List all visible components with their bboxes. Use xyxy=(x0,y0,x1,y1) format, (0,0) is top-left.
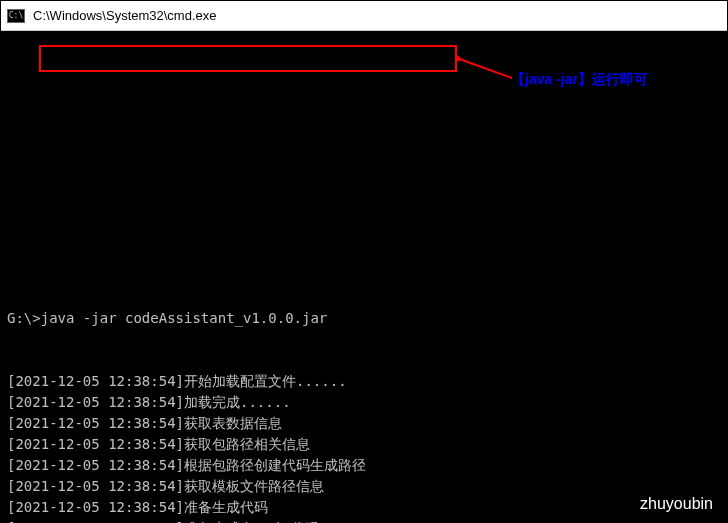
window-title: C:\Windows\System32\cmd.exe xyxy=(33,8,217,23)
prompt: G:\> xyxy=(7,308,41,329)
log-line: [2021-12-05 12:38:54]加载完成...... xyxy=(7,392,721,413)
annotation-arrow xyxy=(457,53,517,83)
log-line: [2021-12-05 12:38:54]获取模板文件路径信息 xyxy=(7,476,721,497)
annotation-command: java -jar xyxy=(525,71,578,87)
cmd-window: C:\ C:\Windows\System32\cmd.exe 【java -j… xyxy=(0,0,728,523)
cmd-icon: C:\ xyxy=(7,9,25,23)
bracket-close: 】 xyxy=(578,71,592,87)
log-line: [2021-12-05 12:38:54]获取包路径相关信息 xyxy=(7,434,721,455)
log-line: [2021-12-05 12:38:54]获取表数据信息 xyxy=(7,413,721,434)
highlight-rectangle xyxy=(39,45,457,72)
typed-command: java -jar codeAssistant_v1.0.0.jar xyxy=(41,308,328,329)
log-line: [2021-12-05 12:38:54]根据包路径创建代码生成路径 xyxy=(7,455,721,476)
log-output: [2021-12-05 12:38:54]开始加载配置文件......[2021… xyxy=(7,371,721,523)
blank-line xyxy=(7,245,721,266)
terminal-area[interactable]: 【java -jar】运行即可 G:\>java -jar codeAssist… xyxy=(1,31,727,522)
titlebar[interactable]: C:\ C:\Windows\System32\cmd.exe xyxy=(1,1,727,31)
annotation-hint: 运行即可 xyxy=(592,71,648,87)
svg-line-1 xyxy=(462,60,512,78)
log-line: [2021-12-05 12:38:54]准备生成代码 xyxy=(7,497,721,518)
watermark: zhuyoubin xyxy=(640,493,713,514)
annotation-label: 【java -jar】运行即可 xyxy=(511,69,648,90)
terminal-content: G:\>java -jar codeAssistant_v1.0.0.jar [… xyxy=(7,203,721,523)
log-line: [2021-12-05 12:38:54]准备生成domain代码 xyxy=(7,518,721,523)
command-line: G:\>java -jar codeAssistant_v1.0.0.jar xyxy=(7,308,721,329)
bracket-open: 【 xyxy=(511,71,525,87)
log-line: [2021-12-05 12:38:54]开始加载配置文件...... xyxy=(7,371,721,392)
